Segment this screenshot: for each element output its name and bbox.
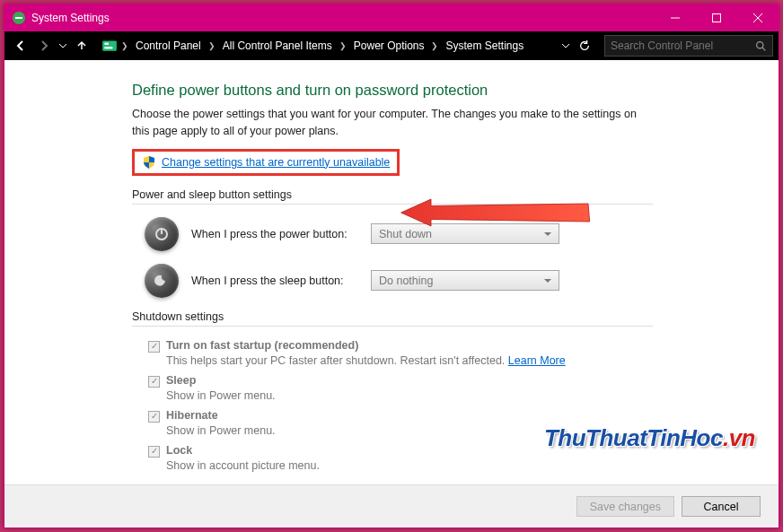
power-button-select[interactable]: Shut down	[371, 223, 559, 244]
change-settings-link[interactable]: Change settings that are currently unava…	[162, 156, 390, 169]
lock-label: Lock	[166, 444, 192, 457]
svg-rect-1	[15, 17, 22, 19]
search-box[interactable]	[604, 35, 773, 57]
sleep-checkbox[interactable]	[148, 376, 160, 388]
section-shutdown-label: Shutdown settings	[132, 310, 653, 323]
nav-up-button[interactable]	[71, 35, 92, 57]
footer: Save changes Cancel	[4, 484, 779, 528]
shield-icon	[142, 155, 156, 170]
chevron-right-icon: ❯	[119, 41, 130, 50]
refresh-button[interactable]	[574, 35, 595, 57]
hibernate-label: Hibernate	[166, 409, 218, 422]
cancel-button[interactable]: Cancel	[682, 496, 761, 517]
save-button: Save changes	[576, 496, 674, 517]
chevron-right-icon: ❯	[338, 41, 348, 50]
page-description: Choose the power settings that you want …	[132, 106, 653, 140]
sleep-icon	[145, 264, 179, 298]
fast-startup-checkbox[interactable]	[148, 341, 160, 353]
titlebar: System Settings	[4, 4, 779, 31]
content-area: Define power buttons and turn on passwor…	[4, 60, 779, 484]
section-power-label: Power and sleep button settings	[132, 188, 653, 201]
maximize-button[interactable]	[696, 4, 737, 31]
fast-startup-desc: This helps start your PC faster after sh…	[166, 354, 508, 367]
lock-desc: Show in account picture menu.	[166, 459, 653, 472]
svg-rect-3	[713, 14, 721, 22]
window-title: System Settings	[31, 12, 110, 24]
fast-startup-label: Turn on fast startup (recommended)	[166, 339, 358, 352]
svg-point-9	[757, 41, 763, 48]
nav-back-button[interactable]	[10, 35, 31, 57]
breadcrumb[interactable]: Power Options	[350, 39, 428, 52]
power-button-label: When I press the power button:	[191, 228, 358, 240]
svg-rect-6	[102, 40, 117, 50]
sleep-option-desc: Show in Power menu.	[166, 389, 653, 402]
search-icon	[755, 40, 767, 52]
lock-checkbox[interactable]	[148, 446, 160, 458]
sleep-option-label: Sleep	[166, 374, 196, 387]
page-heading: Define power buttons and turn on passwor…	[132, 82, 653, 99]
learn-more-link[interactable]: Learn More	[508, 354, 566, 367]
power-button-value: Shut down	[379, 228, 432, 240]
breadcrumb[interactable]: All Control Panel Items	[219, 39, 336, 52]
close-button[interactable]	[737, 4, 779, 31]
admin-link-highlight: Change settings that are currently unava…	[132, 149, 400, 176]
chevron-right-icon: ❯	[429, 41, 440, 50]
nav-forward-button[interactable]	[33, 35, 55, 57]
sleep-button-value: Do nothing	[379, 275, 433, 287]
divider	[132, 204, 653, 205]
navbar: ❯ Control Panel ❯ All Control Panel Item…	[4, 31, 779, 60]
sleep-button-select[interactable]: Do nothing	[371, 270, 559, 291]
control-panel-icon	[101, 38, 118, 54]
divider	[132, 326, 653, 327]
nav-history-dropdown[interactable]	[559, 35, 572, 57]
minimize-button[interactable]	[655, 4, 696, 31]
breadcrumb[interactable]: Control Panel	[132, 39, 205, 52]
power-icon	[145, 217, 179, 251]
breadcrumb[interactable]: System Settings	[442, 39, 527, 52]
hibernate-checkbox[interactable]	[148, 411, 160, 423]
svg-rect-7	[104, 43, 109, 45]
search-input[interactable]	[611, 39, 755, 52]
chevron-right-icon: ❯	[207, 41, 217, 50]
svg-line-10	[762, 48, 765, 50]
hibernate-desc: Show in Power menu.	[166, 424, 653, 437]
app-icon	[12, 11, 26, 25]
svg-rect-8	[104, 47, 112, 48]
nav-recent-button[interactable]	[57, 35, 69, 57]
sleep-button-label: When I press the sleep button:	[191, 275, 358, 287]
